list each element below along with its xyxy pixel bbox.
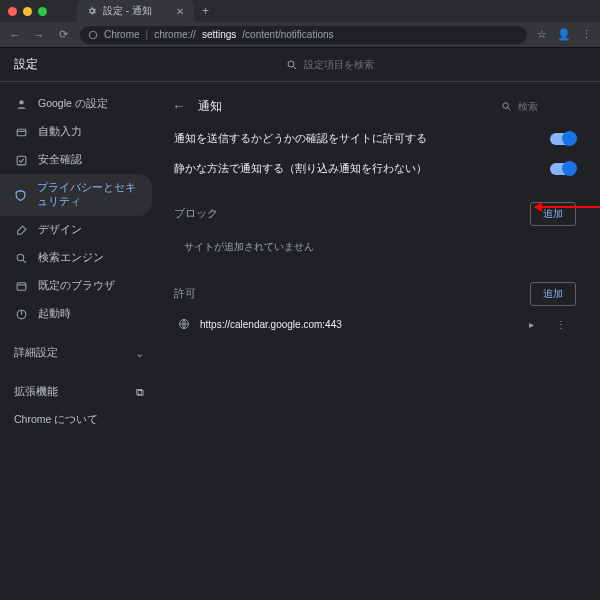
omnibox[interactable]: Chrome | chrome://settings/content/notif… <box>80 26 527 44</box>
browser-menu-icon[interactable]: ⋮ <box>581 28 592 41</box>
sidebar-item-label: Google の設定 <box>38 97 108 111</box>
sidebar-item-brush[interactable]: デザイン <box>0 216 152 244</box>
sidebar-advanced-label: 詳細設定 <box>14 346 58 360</box>
toggle-switch[interactable] <box>550 163 576 175</box>
sidebar-item-label: 起動時 <box>38 307 71 321</box>
bookmark-star-icon[interactable]: ☆ <box>537 28 547 41</box>
toggle-label: 静かな方法で通知する（割り込み通知を行わない） <box>174 162 550 176</box>
sidebar-about[interactable]: Chrome について <box>0 406 158 434</box>
sidebar-item-person[interactable]: Google の設定 <box>0 90 152 118</box>
annotation-arrow <box>535 206 600 208</box>
toggle-label: 通知を送信するかどうかの確認をサイトに許可する <box>174 132 550 146</box>
brush-icon <box>14 223 28 237</box>
minimize-window-button[interactable] <box>23 7 32 16</box>
browser-icon <box>14 279 28 293</box>
zoom-window-button[interactable] <box>38 7 47 16</box>
sidebar-item-autofill[interactable]: 自動入力 <box>0 118 152 146</box>
sidebar-advanced[interactable]: 詳細設定 ⌄ <box>0 338 158 368</box>
toggle-row-ask: 通知を送信するかどうかの確認をサイトに許可する <box>168 124 582 154</box>
globe-icon <box>178 318 190 330</box>
svg-point-13 <box>503 102 509 108</box>
sidebar-item-label: プライバシーとセキュリティ <box>37 181 138 209</box>
omnibox-prefix: Chrome <box>104 29 140 40</box>
svg-point-3 <box>19 100 23 104</box>
sidebar-item-browser[interactable]: 既定のブラウザ <box>0 272 152 300</box>
browser-toolbar: ← → ⟳ Chrome | chrome://settings/content… <box>0 22 600 48</box>
svg-rect-9 <box>17 282 26 290</box>
svg-point-0 <box>89 31 97 39</box>
toggle-row-quiet: 静かな方法で通知する（割り込み通知を行わない） <box>168 154 582 184</box>
add-allow-button[interactable]: 追加 <box>530 282 576 306</box>
sidebar-item-shield[interactable]: プライバシーとセキュリティ <box>0 174 152 216</box>
shield-icon <box>14 188 27 202</box>
tab-title: 設定 - 通知 <box>103 4 152 18</box>
traffic-lights <box>8 7 47 16</box>
settings-search-input[interactable] <box>304 59 586 70</box>
sidebar-about-label: Chrome について <box>14 413 98 427</box>
page-header: ← 通知 <box>168 92 582 124</box>
nav-reload-button[interactable]: ⟳ <box>56 28 70 41</box>
svg-line-2 <box>294 66 297 69</box>
sidebar-item-power[interactable]: 起動時 <box>0 300 152 328</box>
chevron-down-icon: ⌄ <box>135 347 144 359</box>
profile-avatar-icon[interactable]: 👤 <box>557 28 571 41</box>
omnibox-scheme: chrome:// <box>154 29 196 40</box>
sidebar-item-search[interactable]: 検索エンジン <box>0 244 152 272</box>
chevron-right-icon[interactable]: ▸ <box>523 319 540 330</box>
page-back-button[interactable]: ← <box>172 98 186 114</box>
nav-forward-button[interactable]: → <box>32 29 46 41</box>
sidebar-item-check[interactable]: 安全確認 <box>0 146 152 174</box>
nav-back-button[interactable]: ← <box>8 29 22 41</box>
section-heading: 許可 <box>174 287 196 301</box>
search-icon <box>286 59 298 71</box>
settings-search[interactable] <box>286 59 586 71</box>
svg-point-1 <box>288 61 294 67</box>
sidebar-extensions-label: 拡張機能 <box>14 385 58 399</box>
settings-title: 設定 <box>14 56 38 73</box>
sidebar-item-label: 安全確認 <box>38 153 82 167</box>
sidebar-extensions[interactable]: 拡張機能 ⧉ <box>0 378 158 406</box>
page-search[interactable] <box>501 101 578 112</box>
new-tab-button[interactable]: + <box>202 4 209 18</box>
gear-icon <box>87 6 97 16</box>
browser-tab[interactable]: 設定 - 通知 ✕ <box>77 0 194 22</box>
svg-rect-6 <box>17 156 26 165</box>
site-more-menu-icon[interactable]: ⋮ <box>550 319 572 330</box>
settings-sidebar: Google の設定自動入力安全確認プライバシーとセキュリティデザイン検索エンジ… <box>0 82 158 600</box>
allow-section: 許可 追加 https://calendar.google.com:443 ▸ … <box>168 278 582 338</box>
settings-header: 設定 <box>0 48 600 82</box>
person-icon <box>14 97 28 111</box>
sidebar-item-label: 既定のブラウザ <box>38 279 115 293</box>
toggle-switch[interactable] <box>550 133 576 145</box>
page-search-input[interactable] <box>518 101 578 112</box>
svg-rect-4 <box>17 129 26 136</box>
chrome-product-icon <box>88 30 98 40</box>
page-title: 通知 <box>198 99 222 114</box>
block-empty-text: サイトが追加されていません <box>168 230 582 264</box>
power-icon <box>14 307 28 321</box>
search-icon <box>14 251 28 265</box>
allowed-site-url: https://calendar.google.com:443 <box>200 319 342 330</box>
omnibox-host: settings <box>202 29 236 40</box>
sidebar-item-label: 検索エンジン <box>38 251 104 265</box>
close-tab-icon[interactable]: ✕ <box>176 6 184 17</box>
settings-main: ← 通知 通知を送信するかどうかの確認をサイトに許可する 静かな方法で通知する（… <box>158 82 600 600</box>
external-link-icon: ⧉ <box>136 386 144 399</box>
close-window-button[interactable] <box>8 7 17 16</box>
svg-line-8 <box>23 260 26 263</box>
sidebar-item-label: 自動入力 <box>38 125 82 139</box>
allowed-site-row[interactable]: https://calendar.google.com:443 ▸ ⋮ <box>168 310 582 338</box>
check-icon <box>14 153 28 167</box>
section-heading: ブロック <box>174 207 218 221</box>
sidebar-item-label: デザイン <box>38 223 82 237</box>
omnibox-path: /content/notifications <box>242 29 333 40</box>
block-section: ブロック 追加 サイトが追加されていません <box>168 198 582 264</box>
svg-line-14 <box>508 107 510 109</box>
search-icon <box>501 101 512 112</box>
svg-point-7 <box>17 254 24 260</box>
mac-titlebar: 設定 - 通知 ✕ + <box>0 0 600 22</box>
autofill-icon <box>14 125 28 139</box>
